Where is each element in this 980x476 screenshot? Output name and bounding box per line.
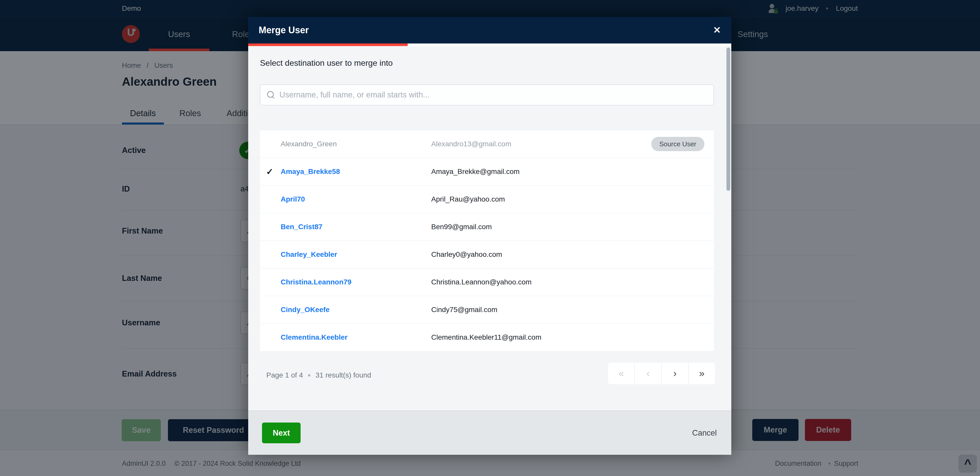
page-info: Page 1 of 4: [266, 371, 303, 379]
pagination-info: Page 1 of 4 31 result(s) found: [266, 371, 371, 379]
app-root: Demo joe.harvey Logout U Users Roles Set…: [0, 0, 980, 476]
row-email: Clementina.Keebler11@gmail.com: [431, 324, 541, 351]
prev-page-button: ‹: [635, 363, 661, 384]
cancel-button[interactable]: Cancel: [688, 411, 721, 455]
user-table-row[interactable]: Charley_Keebler Charley0@yahoo.com: [260, 241, 714, 268]
row-email: Christina.Leannon@yahoo.com: [431, 268, 532, 296]
modal-scrollbar: [726, 46, 730, 455]
user-table-row[interactable]: ✓ Amaya_Brekke58 Amaya_Brekke@gmail.com: [260, 158, 714, 185]
modal-header: Merge User ✕: [248, 17, 731, 43]
merge-user-modal: Merge User ✕ Select destination user to …: [248, 17, 731, 455]
row-username-link[interactable]: Alexandro_Green: [281, 131, 337, 158]
separator-dot-icon: [308, 374, 310, 377]
row-username-link[interactable]: Clementina.Keebler: [281, 324, 347, 351]
first-page-button: «: [608, 363, 635, 384]
close-icon[interactable]: ✕: [709, 22, 725, 38]
user-table-row[interactable]: Ben_Crist87 Ben99@gmail.com: [260, 213, 714, 240]
row-username-link[interactable]: Christina.Leannon79: [281, 268, 352, 296]
pagination-controls: «‹›»: [608, 363, 715, 384]
row-email: Amaya_Brekke@gmail.com: [431, 158, 520, 185]
modal-title: Merge User: [259, 17, 309, 43]
search-icon: [267, 91, 275, 99]
row-email: Alexandro13@gmail.com: [431, 131, 511, 158]
row-email: April_Rau@yahoo.com: [431, 186, 505, 213]
modal-scrollbar-thumb[interactable]: [726, 48, 730, 191]
row-username-link[interactable]: Amaya_Brekke58: [281, 158, 340, 185]
user-table-row[interactable]: Clementina.Keebler Clementina.Keebler11@…: [260, 324, 714, 351]
source-user-badge: Source User: [651, 137, 705, 151]
last-page-button[interactable]: »: [688, 363, 715, 384]
modal-footer: Next Cancel: [248, 411, 731, 455]
row-email: Ben99@gmail.com: [431, 213, 492, 240]
next-page-button[interactable]: ›: [661, 363, 688, 384]
search-input[interactable]: [279, 90, 713, 100]
user-table-row[interactable]: Alexandro_Green Alexandro13@gmail.com So…: [260, 131, 714, 158]
user-table-row[interactable]: April70 April_Rau@yahoo.com: [260, 186, 714, 213]
user-table-row[interactable]: Christina.Leannon79 Christina.Leannon@ya…: [260, 268, 714, 296]
row-username-link[interactable]: April70: [281, 186, 305, 213]
selected-check-icon: ✓: [266, 158, 274, 185]
user-table-body: Alexandro_Green Alexandro13@gmail.com So…: [260, 131, 714, 351]
wizard-progress-fill: [248, 43, 408, 46]
modal-subtitle: Select destination user to merge into: [260, 58, 393, 68]
next-button[interactable]: Next: [262, 423, 301, 443]
row-username-link[interactable]: Cindy_OKeefe: [281, 296, 329, 323]
user-table-row[interactable]: Cindy_OKeefe Cindy75@gmail.com: [260, 296, 714, 323]
row-email: Cindy75@gmail.com: [431, 296, 497, 323]
row-email: Charley0@yahoo.com: [431, 241, 502, 268]
row-username-link[interactable]: Charley_Keebler: [281, 241, 337, 268]
row-username-link[interactable]: Ben_Crist87: [281, 213, 322, 240]
results-count: 31 result(s) found: [315, 371, 371, 379]
user-search-box: [260, 85, 714, 105]
wizard-progress-track: [248, 43, 731, 46]
